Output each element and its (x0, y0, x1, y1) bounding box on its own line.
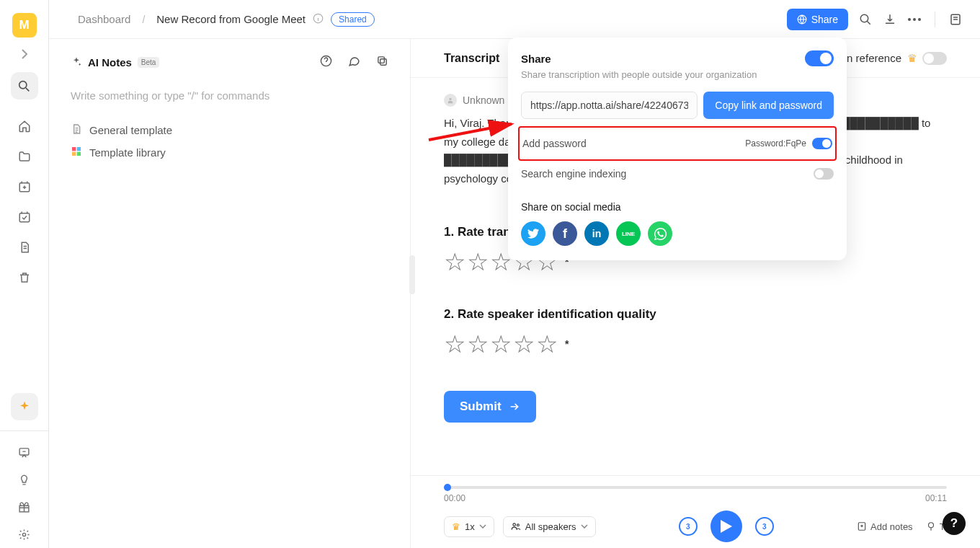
document-icon[interactable] (11, 234, 38, 261)
svg-rect-17 (77, 147, 81, 151)
speaker-selector[interactable]: All speakers (503, 516, 596, 537)
help-icon[interactable] (320, 55, 332, 69)
bulb-icon[interactable] (11, 466, 38, 493)
download-icon[interactable] (883, 12, 897, 27)
svg-rect-16 (72, 147, 76, 151)
share-modal: Share Share transcription with people ou… (508, 37, 847, 260)
globe-icon (797, 14, 807, 25)
whatsapp-icon (654, 228, 667, 240)
rate-speaker-stars[interactable]: ☆☆☆☆☆* (444, 332, 947, 356)
more-icon[interactable] (907, 12, 922, 27)
copy-link-button[interactable]: Copy link and password (703, 92, 834, 119)
line-share-button[interactable]: LINE (616, 221, 641, 246)
chevron-down-icon (479, 524, 486, 529)
copy-icon[interactable] (376, 55, 388, 69)
transcript-tab[interactable]: Transcript (444, 52, 499, 65)
svg-rect-19 (77, 152, 81, 156)
search-indexing-row: Search engine indexing (521, 159, 834, 188)
twitter-icon (527, 229, 539, 239)
linkedin-share-button[interactable]: in (584, 221, 609, 246)
sparkle-button[interactable] (11, 393, 38, 420)
svg-point-0 (19, 81, 27, 88)
template-lib-icon (71, 146, 82, 159)
add-notes-button[interactable]: Add notes (857, 521, 913, 532)
shared-chip[interactable]: Shared (331, 12, 375, 27)
pin-icon (926, 521, 936, 531)
info-icon[interactable] (313, 13, 324, 26)
password-value: Password:FqPe (745, 138, 806, 149)
help-fab[interactable]: ? (943, 512, 966, 535)
password-toggle[interactable] (812, 138, 832, 149)
breadcrumb-current: New Record from Google Meet (156, 13, 306, 25)
note-plus-icon (857, 521, 867, 531)
crown-icon: ♛ (452, 521, 460, 532)
share-subtitle: Share transcription with people outside … (521, 69, 834, 80)
facebook-icon: f (563, 226, 567, 242)
whatsapp-share-button[interactable] (648, 221, 672, 246)
notes-panel: AI Notes Beta Write something or type "/… (49, 39, 411, 548)
folder-icon[interactable] (11, 143, 38, 170)
home-icon[interactable] (11, 112, 38, 140)
time-end: 00:11 (925, 493, 947, 503)
crown-icon: ♛ (907, 52, 917, 65)
people-icon (511, 521, 521, 531)
svg-point-20 (449, 98, 451, 100)
search-indexing-toggle[interactable] (814, 168, 834, 180)
svg-point-9 (908, 18, 911, 21)
svg-point-5 (22, 533, 25, 536)
linkedin-icon: in (592, 228, 601, 239)
facebook-share-button[interactable]: f (553, 221, 577, 246)
notes-editor[interactable]: Write something or type "/" for commands (71, 89, 388, 102)
skip-forward-button[interactable]: 3 (755, 517, 774, 536)
feedback-icon[interactable] (11, 438, 38, 466)
top-bar: Dashboard / New Record from Google Meet … (49, 0, 980, 39)
submit-button[interactable]: Submit (444, 391, 536, 423)
calendar-plus-icon[interactable] (11, 173, 38, 200)
svg-rect-15 (378, 57, 385, 63)
template-library-button[interactable]: Template library (71, 141, 388, 164)
twitter-share-button[interactable] (521, 221, 545, 246)
panel-icon[interactable] (948, 12, 963, 27)
reference-toggle[interactable] (922, 52, 947, 65)
seek-handle[interactable] (444, 484, 451, 491)
svg-point-22 (517, 524, 519, 526)
breadcrumb-dashboard[interactable]: Dashboard (78, 13, 130, 25)
template-doc-icon (71, 123, 82, 137)
svg-point-21 (513, 523, 516, 526)
comment-icon[interactable] (348, 55, 360, 69)
line-icon: LINE (622, 231, 635, 237)
search-indexing-label: Search engine indexing (521, 168, 626, 180)
sparkle-icon (71, 56, 82, 68)
reference-label: ion reference (838, 52, 901, 64)
gift-icon[interactable] (11, 493, 38, 521)
trash-icon[interactable] (11, 264, 38, 291)
expand-sidebar-button[interactable] (17, 46, 32, 62)
speaker-avatar-icon (444, 94, 457, 107)
star-icon[interactable]: ☆ (444, 249, 466, 274)
search-top-icon[interactable] (858, 12, 873, 27)
share-link-input[interactable] (521, 92, 698, 119)
share-social-title: Share on social media (521, 201, 834, 213)
speed-selector[interactable]: ♛1x (444, 516, 494, 537)
svg-point-24 (928, 523, 933, 528)
svg-point-10 (913, 18, 916, 21)
share-button[interactable]: Share (787, 9, 848, 30)
notes-title: AI Notes (88, 56, 132, 68)
resize-handle[interactable] (409, 255, 415, 294)
chevron-down-icon (581, 524, 588, 529)
gear-icon[interactable] (11, 521, 38, 548)
seek-bar[interactable] (444, 486, 947, 489)
skip-back-button[interactable]: 3 (679, 517, 698, 536)
play-button[interactable] (710, 511, 742, 542)
calendar-check-icon[interactable] (11, 203, 38, 231)
search-button[interactable] (11, 72, 38, 100)
add-password-label: Add password (522, 138, 587, 149)
share-enable-toggle[interactable] (805, 50, 834, 66)
rate-speaker-label: 2. Rate speaker identification quality (444, 307, 947, 322)
search-icon (18, 80, 30, 92)
add-password-row: Add password Password:FqPe (522, 129, 832, 158)
svg-rect-2 (19, 213, 30, 222)
left-rail: M (0, 0, 49, 548)
general-template-button[interactable]: General template (71, 119, 388, 141)
avatar[interactable]: M (12, 13, 37, 37)
